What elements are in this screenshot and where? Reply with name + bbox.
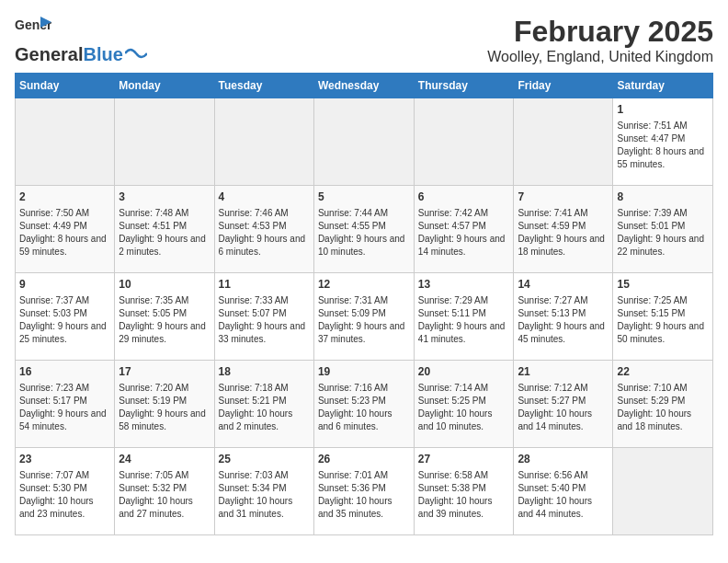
calendar-cell: 16Sunrise: 7:23 AM Sunset: 5:17 PM Dayli… [16, 361, 115, 448]
calendar-cell [613, 448, 713, 535]
day-info: Sunrise: 7:44 AM Sunset: 4:55 PM Dayligh… [318, 207, 410, 259]
day-number: 18 [219, 364, 310, 380]
calendar-cell: 24Sunrise: 7:05 AM Sunset: 5:32 PM Dayli… [115, 448, 214, 535]
calendar-cell: 2Sunrise: 7:50 AM Sunset: 4:49 PM Daylig… [16, 186, 115, 273]
day-number: 20 [418, 364, 510, 380]
day-info: Sunrise: 7:01 AM Sunset: 5:36 PM Dayligh… [318, 469, 410, 521]
logo-blue: Blue [83, 44, 122, 65]
day-number: 26 [318, 452, 410, 467]
weekday-header-thursday: Thursday [414, 74, 514, 98]
day-number: 4 [219, 190, 310, 205]
calendar-cell [115, 98, 214, 186]
day-number: 27 [418, 452, 510, 467]
day-info: Sunrise: 7:23 AM Sunset: 5:17 PM Dayligh… [19, 382, 110, 433]
page-title: February 2025 [487, 15, 713, 49]
day-info: Sunrise: 7:39 AM Sunset: 5:01 PM Dayligh… [617, 207, 709, 259]
calendar-cell [214, 98, 313, 186]
day-number: 28 [518, 452, 609, 467]
day-number: 6 [418, 190, 510, 205]
day-number: 8 [617, 190, 709, 205]
day-info: Sunrise: 7:10 AM Sunset: 5:29 PM Dayligh… [617, 382, 709, 433]
day-number: 17 [119, 364, 210, 380]
day-info: Sunrise: 6:56 AM Sunset: 5:40 PM Dayligh… [518, 469, 609, 521]
title-block: February 2025 Woolley, England, United K… [487, 15, 713, 65]
calendar-cell [514, 98, 613, 186]
day-info: Sunrise: 7:51 AM Sunset: 4:47 PM Dayligh… [617, 120, 709, 171]
calendar-cell: 23Sunrise: 7:07 AM Sunset: 5:30 PM Dayli… [16, 448, 115, 535]
day-info: Sunrise: 7:33 AM Sunset: 5:07 PM Dayligh… [219, 294, 310, 346]
calendar-table: SundayMondayTuesdayWednesdayThursdayFrid… [15, 73, 713, 535]
day-info: Sunrise: 7:03 AM Sunset: 5:34 PM Dayligh… [219, 469, 310, 521]
calendar-cell: 6Sunrise: 7:42 AM Sunset: 4:57 PM Daylig… [414, 186, 514, 273]
day-info: Sunrise: 7:12 AM Sunset: 5:27 PM Dayligh… [518, 382, 609, 433]
day-number: 5 [318, 190, 410, 205]
weekday-header-tuesday: Tuesday [214, 74, 313, 98]
calendar-cell: 27Sunrise: 6:58 AM Sunset: 5:38 PM Dayli… [414, 448, 514, 535]
day-info: Sunrise: 7:05 AM Sunset: 5:32 PM Dayligh… [119, 469, 210, 521]
day-number: 21 [518, 364, 609, 380]
calendar-cell: 7Sunrise: 7:41 AM Sunset: 4:59 PM Daylig… [514, 186, 613, 273]
calendar-cell: 25Sunrise: 7:03 AM Sunset: 5:34 PM Dayli… [214, 448, 313, 535]
day-number: 9 [19, 277, 110, 293]
day-info: Sunrise: 7:42 AM Sunset: 4:57 PM Dayligh… [418, 207, 510, 259]
day-info: Sunrise: 7:35 AM Sunset: 5:05 PM Dayligh… [119, 294, 210, 346]
calendar-cell: 18Sunrise: 7:18 AM Sunset: 5:21 PM Dayli… [214, 361, 313, 448]
weekday-header-wednesday: Wednesday [313, 74, 414, 98]
day-number: 22 [617, 364, 709, 380]
day-info: Sunrise: 7:50 AM Sunset: 4:49 PM Dayligh… [19, 207, 110, 259]
logo: General General Blue [15, 15, 147, 65]
calendar-cell: 20Sunrise: 7:14 AM Sunset: 5:25 PM Dayli… [414, 361, 514, 448]
page-subtitle: Woolley, England, United Kingdom [487, 49, 713, 65]
day-number: 2 [19, 190, 110, 205]
calendar-cell: 12Sunrise: 7:31 AM Sunset: 5:09 PM Dayli… [313, 273, 414, 361]
calendar-cell: 1Sunrise: 7:51 AM Sunset: 4:47 PM Daylig… [613, 98, 713, 186]
calendar-cell: 19Sunrise: 7:16 AM Sunset: 5:23 PM Dayli… [313, 361, 414, 448]
calendar-cell: 10Sunrise: 7:35 AM Sunset: 5:05 PM Dayli… [115, 273, 214, 361]
day-info: Sunrise: 7:48 AM Sunset: 4:51 PM Dayligh… [119, 207, 210, 259]
day-number: 12 [318, 277, 410, 293]
day-info: Sunrise: 7:46 AM Sunset: 4:53 PM Dayligh… [219, 207, 310, 259]
calendar-cell: 11Sunrise: 7:33 AM Sunset: 5:07 PM Dayli… [214, 273, 313, 361]
day-number: 11 [219, 277, 310, 293]
day-number: 3 [119, 190, 210, 205]
day-info: Sunrise: 6:58 AM Sunset: 5:38 PM Dayligh… [418, 469, 510, 521]
calendar-cell [16, 98, 115, 186]
calendar-cell: 15Sunrise: 7:25 AM Sunset: 5:15 PM Dayli… [613, 273, 713, 361]
weekday-header-sunday: Sunday [16, 74, 115, 98]
day-number: 10 [119, 277, 210, 293]
day-number: 24 [119, 452, 210, 467]
day-info: Sunrise: 7:41 AM Sunset: 4:59 PM Dayligh… [518, 207, 609, 259]
day-info: Sunrise: 7:31 AM Sunset: 5:09 PM Dayligh… [318, 294, 410, 346]
page-header: General General Blue February 2025 Wooll… [15, 15, 713, 65]
calendar-cell: 4Sunrise: 7:46 AM Sunset: 4:53 PM Daylig… [214, 186, 313, 273]
calendar-cell: 5Sunrise: 7:44 AM Sunset: 4:55 PM Daylig… [313, 186, 414, 273]
day-info: Sunrise: 7:14 AM Sunset: 5:25 PM Dayligh… [418, 382, 510, 433]
day-info: Sunrise: 7:27 AM Sunset: 5:13 PM Dayligh… [518, 294, 609, 346]
calendar-cell: 14Sunrise: 7:27 AM Sunset: 5:13 PM Dayli… [514, 273, 613, 361]
calendar-cell: 28Sunrise: 6:56 AM Sunset: 5:40 PM Dayli… [514, 448, 613, 535]
calendar-cell [313, 98, 414, 186]
day-number: 13 [418, 277, 510, 293]
calendar-cell: 9Sunrise: 7:37 AM Sunset: 5:03 PM Daylig… [16, 273, 115, 361]
day-number: 16 [19, 364, 110, 380]
day-number: 7 [518, 190, 609, 205]
day-number: 15 [617, 277, 709, 293]
calendar-cell: 13Sunrise: 7:29 AM Sunset: 5:11 PM Dayli… [414, 273, 514, 361]
calendar-cell: 17Sunrise: 7:20 AM Sunset: 5:19 PM Dayli… [115, 361, 214, 448]
day-info: Sunrise: 7:18 AM Sunset: 5:21 PM Dayligh… [219, 382, 310, 433]
weekday-header-friday: Friday [514, 74, 613, 98]
weekday-header-monday: Monday [115, 74, 214, 98]
calendar-cell: 3Sunrise: 7:48 AM Sunset: 4:51 PM Daylig… [115, 186, 214, 273]
day-info: Sunrise: 7:16 AM Sunset: 5:23 PM Dayligh… [318, 382, 410, 433]
day-info: Sunrise: 7:07 AM Sunset: 5:30 PM Dayligh… [19, 469, 110, 521]
day-number: 1 [617, 102, 709, 118]
calendar-cell: 21Sunrise: 7:12 AM Sunset: 5:27 PM Dayli… [514, 361, 613, 448]
day-number: 14 [518, 277, 609, 293]
day-number: 23 [19, 452, 110, 467]
day-info: Sunrise: 7:25 AM Sunset: 5:15 PM Dayligh… [617, 294, 709, 346]
day-number: 19 [318, 364, 410, 380]
calendar-cell: 26Sunrise: 7:01 AM Sunset: 5:36 PM Dayli… [313, 448, 414, 535]
calendar-cell [414, 98, 514, 186]
day-info: Sunrise: 7:20 AM Sunset: 5:19 PM Dayligh… [119, 382, 210, 433]
calendar-cell: 8Sunrise: 7:39 AM Sunset: 5:01 PM Daylig… [613, 186, 713, 273]
